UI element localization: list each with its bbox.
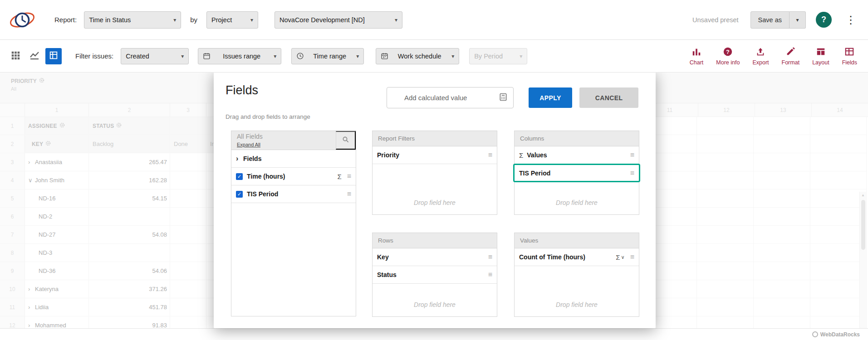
row-field-status[interactable]: Status ≡	[373, 266, 497, 284]
value-field-count-time-hours[interactable]: Count of Time (hours) Σ ∨ ≡	[515, 248, 639, 266]
field-label: Values	[527, 151, 547, 159]
all-fields-header: All Fields Expand All	[231, 131, 356, 150]
chevron-down-icon: ▾	[395, 17, 397, 23]
filter-issues-label: Filter issues:	[75, 52, 113, 60]
drag-handle-icon[interactable]: ≡	[347, 190, 351, 198]
help-button[interactable]: ?	[816, 12, 832, 28]
work-schedule-label: Work schedule	[398, 53, 441, 60]
field-item-time-hours[interactable]: ✓ Time (hours) Σ ≡	[231, 168, 356, 185]
layout-button[interactable]: Layout	[812, 47, 829, 66]
chevron-down-icon: ▾	[356, 53, 359, 59]
fields-button[interactable]: Fields	[842, 47, 857, 66]
filter-field-value: Created	[126, 53, 149, 60]
sigma-icon[interactable]: Σ	[616, 253, 620, 261]
row-field-key[interactable]: Key ≡	[373, 248, 497, 266]
drag-handle-icon[interactable]: ≡	[488, 151, 492, 159]
export-button[interactable]: Export	[752, 47, 769, 66]
question-icon: ?	[821, 15, 826, 24]
more-info-button[interactable]: ? More info	[716, 47, 740, 66]
drag-handle-icon[interactable]: ≡	[488, 253, 492, 261]
save-as-button[interactable]: Save as	[750, 11, 790, 29]
drag-handle-icon[interactable]: ≡	[488, 271, 492, 279]
line-chart-icon	[29, 50, 40, 62]
drag-handle-icon[interactable]: ≡	[630, 169, 634, 177]
report-filters-title: Report Filters	[373, 131, 497, 146]
by-period-label: By Period	[474, 53, 503, 60]
svg-text:?: ?	[726, 48, 730, 55]
sigma-icon: Σ	[519, 151, 523, 159]
time-range-label: Time range	[313, 53, 346, 60]
add-calculated-value-label: Add calculated value	[404, 94, 467, 102]
drop-zone-placeholder[interactable]: Drop field here	[373, 301, 497, 308]
fields-tree-root-label: Fields	[243, 155, 261, 162]
more-options-button[interactable]: ⋮	[842, 13, 860, 27]
search-icon	[342, 136, 350, 145]
report-filters-panel: Report Filters Priority ≡ Drop field her…	[372, 131, 497, 215]
drag-handle-icon[interactable]: ≡	[630, 151, 634, 159]
drop-zone-placeholder[interactable]: Drop field here	[515, 199, 639, 206]
column-field-values[interactable]: Σ Values ≡	[515, 146, 639, 164]
preset-status-text: Unsaved preset	[692, 16, 739, 24]
action-label: More info	[716, 59, 740, 66]
rows-panel: Rows Key ≡ Status ≡ Drop field here	[372, 233, 497, 317]
drag-handle-icon[interactable]: ≡	[347, 172, 351, 180]
chart-view-button[interactable]	[26, 48, 43, 64]
calendar-range-icon	[203, 52, 211, 60]
app-footer: WebDataRocks	[0, 328, 868, 340]
fields-table-icon	[844, 47, 854, 58]
work-schedule-dropdown[interactable]: Work schedule ▾	[376, 48, 459, 64]
drop-zone-placeholder[interactable]: Drop field here	[373, 199, 497, 206]
issues-range-label: Issues range	[223, 53, 260, 60]
checkbox-checked[interactable]: ✓	[236, 191, 243, 198]
field-item-tis-period[interactable]: ✓ TIS Period ≡	[231, 185, 356, 203]
by-label: by	[190, 16, 197, 24]
pencil-icon	[785, 47, 795, 58]
chevron-down-icon: ▾	[173, 17, 176, 23]
chart-action-button[interactable]: Chart	[690, 47, 704, 66]
group-by-dropdown[interactable]: Project ▾	[206, 11, 258, 29]
values-panel: Values Count of Time (hours) Σ ∨ ≡ Drop …	[514, 233, 639, 317]
search-fields-button[interactable]	[336, 131, 356, 150]
checkbox-checked[interactable]: ✓	[236, 173, 243, 180]
chevron-down-icon: ▾	[181, 53, 184, 59]
save-as-menu-button[interactable]: ▾	[790, 11, 806, 29]
apply-button[interactable]: APPLY	[529, 87, 572, 108]
report-type-value: Time in Status	[89, 16, 131, 24]
column-field-tis-period-highlighted[interactable]: TIS Period ≡	[513, 164, 640, 182]
action-label: Fields	[842, 59, 857, 66]
rows-title: Rows	[373, 233, 497, 248]
webdatarocks-logo-icon	[812, 331, 818, 337]
bar-chart-icon	[691, 47, 701, 58]
project-value: NovaCore Development [ND]	[280, 16, 365, 24]
pivot-view-button[interactable]	[45, 48, 62, 64]
fields-tree-root[interactable]: › Fields	[231, 150, 356, 168]
drop-zone-placeholder[interactable]: Drop field here	[515, 301, 639, 308]
grid-view-button[interactable]	[7, 48, 24, 64]
clock-icon	[296, 52, 304, 60]
chevron-down-icon[interactable]: ∨	[621, 254, 625, 260]
issues-range-dropdown[interactable]: Issues range ▾	[198, 48, 281, 64]
project-dropdown[interactable]: NovaCore Development [ND] ▾	[275, 11, 402, 29]
format-button[interactable]: Format	[782, 47, 800, 66]
field-label: Status	[377, 271, 397, 278]
by-period-dropdown: By Period ▾	[469, 48, 527, 64]
chevron-down-icon: ▾	[274, 53, 276, 59]
expand-all-link[interactable]: Expand All	[237, 142, 260, 147]
action-label: Chart	[690, 59, 704, 66]
chevron-down-icon: ▾	[451, 53, 454, 59]
add-calculated-value-button[interactable]: Add calculated value	[387, 87, 514, 108]
pivot-table-icon	[49, 50, 59, 62]
chevron-down-icon: ▾	[520, 53, 522, 59]
time-range-dropdown[interactable]: Time range ▾	[291, 48, 364, 64]
group-by-value: Project	[211, 16, 232, 24]
cancel-button[interactable]: CANCEL	[579, 87, 638, 108]
filter-field-priority[interactable]: Priority ≡	[373, 146, 497, 164]
grid-icon	[10, 50, 20, 62]
sigma-icon[interactable]: Σ	[337, 173, 341, 180]
values-title: Values	[515, 233, 639, 248]
report-type-dropdown[interactable]: Time in Status ▾	[84, 11, 181, 29]
drag-handle-icon[interactable]: ≡	[630, 253, 634, 261]
dialog-subtitle: Drag and drop fields to arrange	[226, 113, 310, 120]
filter-field-dropdown[interactable]: Created ▾	[121, 48, 189, 64]
info-circle-icon: ?	[723, 47, 733, 58]
